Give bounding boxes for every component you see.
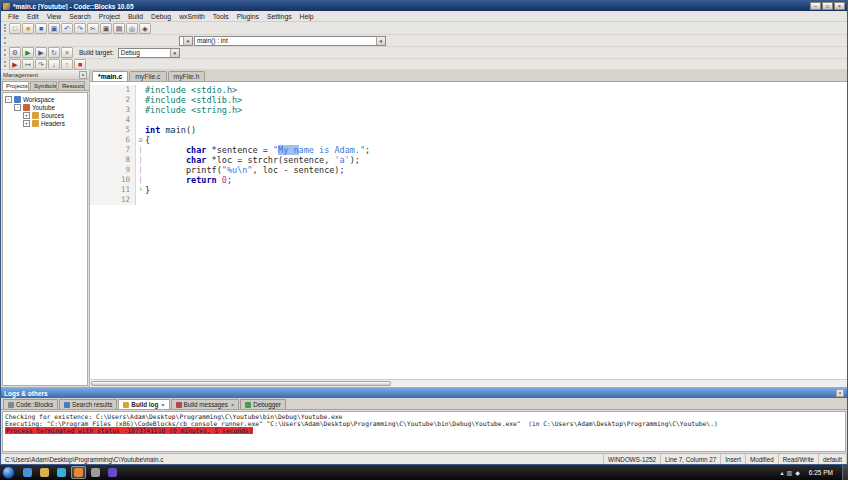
tree-item-sources[interactable]: +Sources — [3, 111, 87, 119]
tray-volume-icon[interactable]: ◆ — [795, 469, 800, 476]
management-tab-projects[interactable]: Projects — [2, 81, 29, 90]
step-into-icon[interactable]: ↓ — [48, 59, 60, 70]
menu-item-file[interactable]: File — [4, 12, 23, 21]
fold-margin[interactable] — [136, 95, 145, 105]
fold-margin[interactable]: ⊟ — [136, 135, 145, 145]
tree-item-headers-expander[interactable]: + — [23, 120, 30, 127]
tree-item-sources-expander[interactable]: + — [23, 112, 30, 119]
tree-item-headers[interactable]: +Headers — [3, 119, 87, 127]
maximize-button[interactable]: □ — [822, 2, 833, 10]
code-text[interactable]: #include <stdio.h> — [145, 85, 237, 95]
taskbar-clock[interactable]: 6:25 PM — [804, 469, 838, 476]
show-desktop-button[interactable] — [842, 465, 848, 480]
tray-network-icon[interactable]: ▥ — [786, 469, 792, 476]
code-text[interactable]: return 0; — [145, 175, 232, 185]
logs-tab-debugger[interactable]: Debugger — [240, 399, 286, 409]
fold-margin[interactable]: │ — [136, 145, 145, 155]
minimize-button[interactable]: – — [810, 2, 821, 10]
logs-tab-build-messages-close-icon[interactable]: × — [231, 402, 234, 408]
menu-item-project[interactable]: Project — [95, 12, 124, 21]
management-tab-symbols[interactable]: Symbols — [30, 81, 57, 90]
debug-continue-icon[interactable]: ▶ — [9, 59, 21, 70]
menu-item-view[interactable]: View — [43, 12, 66, 21]
tree-item-workspace[interactable]: -Workspace — [3, 95, 87, 103]
logs-caption[interactable]: Logs & others × — [1, 388, 847, 398]
fold-margin[interactable]: └ — [136, 185, 145, 195]
next-line-icon[interactable]: ↷ — [35, 59, 47, 70]
tree-item-workspace-expander[interactable]: - — [5, 96, 12, 103]
fold-margin[interactable]: │ — [136, 155, 145, 165]
code-text[interactable]: printf("%u\n", loc - sentence); — [145, 165, 345, 175]
menu-item-plugins[interactable]: Plugins — [233, 12, 263, 21]
code-text[interactable]: char *loc = strchr(sentence, 'a'); — [145, 155, 360, 165]
build-and-run-icon[interactable]: ▶ — [35, 47, 47, 58]
tray-show-hidden-icons[interactable]: ▴ — [780, 469, 783, 476]
logs-tab-build-log[interactable]: Build log× — [118, 399, 169, 409]
code-text[interactable]: #include <string.h> — [145, 105, 242, 115]
menu-item-search[interactable]: Search — [65, 12, 95, 21]
redo-icon[interactable]: ↷ — [74, 23, 86, 34]
open-file-icon[interactable]: ■ — [22, 23, 34, 34]
menu-item-debug[interactable]: Debug — [147, 12, 175, 21]
fold-margin[interactable] — [136, 115, 145, 125]
fold-margin[interactable] — [136, 125, 145, 135]
run-icon[interactable]: ▶ — [22, 47, 34, 58]
code-text[interactable]: #include <stdlib.h> — [145, 95, 242, 105]
editor-horizontal-scrollbar[interactable] — [90, 379, 847, 387]
cut-icon[interactable]: ✂ — [87, 23, 99, 34]
new-file-icon[interactable]: □ — [9, 23, 21, 34]
title-bar[interactable]: *main.c [Youtube] - Code::Blocks 10.05 –… — [1, 1, 847, 11]
fold-margin[interactable] — [136, 105, 145, 115]
taskbar-explorer-button[interactable] — [37, 466, 52, 479]
menu-item-help[interactable]: Help — [296, 12, 318, 21]
menu-item-wxsmith[interactable]: wxSmith — [175, 12, 209, 21]
menu-item-edit[interactable]: Edit — [23, 12, 43, 21]
code-text[interactable]: } — [145, 185, 150, 195]
tree-item-youtube-expander[interactable]: - — [14, 104, 21, 111]
menu-item-settings[interactable]: Settings — [263, 12, 296, 21]
save-file-icon[interactable]: ■ — [35, 23, 47, 34]
code-text[interactable]: char *sentence = "My name is Adam."; — [145, 145, 370, 155]
fold-margin[interactable]: │ — [136, 175, 145, 185]
scrollbar-thumb[interactable] — [91, 381, 391, 386]
compile-icon[interactable]: ⚙ — [9, 47, 21, 58]
taskbar-media-player-button[interactable] — [54, 466, 69, 479]
editor-tab-myfile.c[interactable]: myFile.c — [129, 71, 166, 81]
logs-close-icon[interactable]: × — [836, 389, 844, 397]
undo-icon[interactable]: ↶ — [61, 23, 73, 34]
menu-item-build[interactable]: Build — [124, 12, 147, 21]
symbol-function-combo[interactable]: main() : int▾ — [194, 36, 386, 46]
taskbar-browser-button[interactable] — [20, 466, 35, 479]
rebuild-icon[interactable]: ↻ — [48, 47, 60, 58]
code-text[interactable]: { — [145, 135, 150, 145]
debug-stop-icon[interactable]: ■ — [74, 59, 86, 70]
chevron-down-icon[interactable]: ▾ — [183, 37, 192, 45]
abort-build-icon[interactable]: × — [61, 47, 73, 58]
fold-margin[interactable]: │ — [136, 165, 145, 175]
code-editor[interactable]: 1#include <stdio.h>2#include <stdlib.h>3… — [90, 82, 847, 379]
management-close-icon[interactable]: × — [79, 71, 87, 79]
editor-tab-main.c[interactable]: *main.c — [92, 71, 128, 81]
replace-icon[interactable]: ◈ — [139, 23, 151, 34]
symbol-scope-combo[interactable]: ▾ — [179, 36, 193, 46]
start-button[interactable] — [2, 466, 15, 479]
taskbar-app5-button[interactable] — [88, 466, 103, 479]
chevron-down-icon[interactable]: ▾ — [170, 49, 179, 57]
logs-tab-build-messages[interactable]: Build messages× — [171, 399, 240, 409]
paste-icon[interactable]: ▤ — [113, 23, 125, 34]
close-button[interactable]: × — [834, 2, 845, 10]
chevron-down-icon[interactable]: ▾ — [376, 37, 385, 45]
taskbar-app6-button[interactable] — [105, 466, 120, 479]
run-to-cursor-icon[interactable]: ↦ — [22, 59, 34, 70]
step-out-icon[interactable]: ↑ — [61, 59, 73, 70]
tree-item-youtube[interactable]: -Youtube — [3, 103, 87, 111]
editor-tab-myfile.h[interactable]: myFile.h — [168, 71, 206, 81]
taskbar-codeblocks-button[interactable] — [71, 466, 86, 479]
logs-tab-search-results[interactable]: Search results — [59, 399, 117, 409]
save-all-files-icon[interactable]: ▣ — [48, 23, 60, 34]
logs-tab-build-log-close-icon[interactable]: × — [161, 402, 164, 408]
copy-icon[interactable]: ▣ — [100, 23, 112, 34]
find-icon[interactable]: ◎ — [126, 23, 138, 34]
code-text[interactable]: int main() — [145, 125, 196, 135]
fold-margin[interactable] — [136, 85, 145, 95]
